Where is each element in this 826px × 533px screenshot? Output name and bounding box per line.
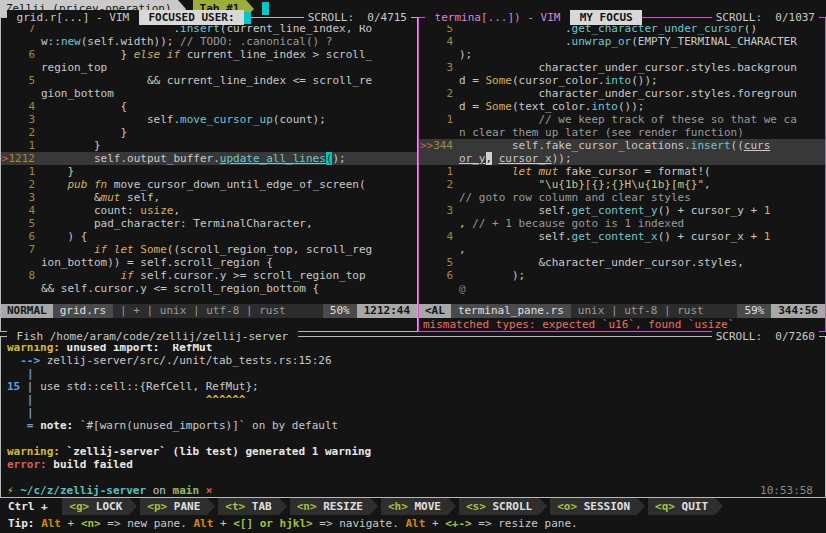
text-segment: Some [486,100,513,113]
fish-pane[interactable]: Fish /home/aram/code/zellij/zellij-serve… [0,336,826,498]
text-segment: SESSION [577,500,630,513]
text-segment: Alt [41,517,61,530]
code-row: ); [419,48,825,61]
text-segment: warning: [7,445,67,458]
keybinding-bar: Ctrl + <g> LOCK<p> PANE<t> TAB<n> RESIZE… [0,498,826,515]
text-segment: => resize pane. [472,517,578,530]
text-segment: 2 [28,126,35,139]
text-segment: ~/c/z/zellij-server [20,484,146,497]
text-segment: × [206,484,213,497]
text-segment: ()); [618,100,645,113]
text-segment: ()); [631,74,658,87]
text-segment: self.output_buffer. [41,152,220,165]
text-segment: Tip: [8,517,41,530]
prompt-text: ⚡ ~/c/z/zellij-server on main × [7,484,212,497]
line-number-gutter: 6 [1,230,41,243]
text-segment [7,406,27,419]
keybar-pill-quit[interactable]: <q> QUIT [648,498,723,515]
code-view: 5 .get_character_under_cursor()4 .unwrap… [419,18,825,304]
keybar-pill-body: <h> MOVE [381,498,448,515]
keybar-pill-pane[interactable]: <p> PANE [140,498,215,515]
zellij-terminal: Zellij (pricey-operation) Tab #1 grid.r[… [0,0,826,533]
text-segment: )); [552,152,572,165]
line-number-gutter: 3 [1,191,41,204]
text-segment: 344 [433,139,453,152]
text-segment: <t> [225,500,245,513]
code-row: 8 if self.cursor.y >= scroll_region_top [1,269,417,282]
grid-pane[interactable]: grid.r[...] - VIM FOCUSED USER: SCROLL: … [0,17,418,332]
text-segment: 1212 [9,152,36,165]
text-segment: <n> [297,500,317,513]
keybar-pill-lock[interactable]: <g> LOCK [62,498,137,515]
text-segment: , [459,243,466,256]
code-row: 5 && current_line_index <= scroll_re [1,74,417,87]
code-row: d = Some(cursor_color.into()); [419,74,825,87]
keybar-pill-scroll[interactable]: <s> SCROLL [459,498,547,515]
code-row: // goto row column and clear styles [419,191,825,204]
shell-prompt[interactable]: ⚡ ~/c/z/zellij-server on main × 10:53:58 [7,484,825,497]
code-row: >>344 self.fake_cursor_locations.insert(… [419,139,825,152]
text-segment: Some [140,243,167,256]
text-segment: Some [486,74,513,87]
line-number-gutter [419,48,459,61]
text-segment: `zellij-server` (lib test) generated 1 w… [67,445,372,458]
text-segment: 1 [446,165,453,178]
code-row: 3 self.move_cursor_up(count); [1,113,417,126]
keybar-pill-tab[interactable]: <t> TAB [218,498,286,515]
text-segment: 3 [446,61,453,74]
text-segment: new [61,35,81,48]
pane-title: grid.r[...] - VIM FOCUSED USER: [7,10,251,25]
code-row: 1 // we keep track of these so that we c… [419,113,825,126]
code-row: 4 self.get_content_x() + cursor_x + 1 [419,230,825,243]
text-segment: insert [691,139,731,152]
text-segment: TAB [245,500,272,513]
text-segment: on [146,484,173,497]
code-row: , // + 1 because goto is 1 indexed [419,217,825,230]
text-segment: | [7,393,40,406]
text-segment: count: [41,204,140,217]
text-segment [459,165,512,178]
line-number-gutter: 1 [1,139,41,152]
output-line: warning: `zellij-server` (lib test) gene… [7,445,825,458]
powerline-arrow-icon [129,498,137,515]
keybar-pill-body: <p> PANE [140,498,207,515]
code-row: 1 } [1,165,417,178]
code-row: 3 &mut self, [1,191,417,204]
scroll-indicator: SCROLL: 0/7260 [712,329,819,344]
line-number-gutter: 7 [1,243,41,256]
top-panes-row: grid.r[...] - VIM FOCUSED USER: SCROLL: … [0,17,826,332]
line-number-gutter: 2 [419,178,459,191]
text-segment: if let [94,243,134,256]
text-segment: + [425,517,445,530]
code-row: 3 self.get_content_y() + cursor_y + 1 [419,204,825,217]
pane-title-text: grid.r[...] - VIM [7,10,139,25]
line-number-gutter: 6 [419,269,459,282]
text-segment: 3 [446,204,453,217]
powerline-arrow-icon [207,498,215,515]
text-segment: update_all_lines [220,152,326,165]
line-number-gutter [419,243,459,256]
file-name: terminal_pane.rs [451,304,571,318]
text-segment [41,243,94,256]
code-row: , [419,243,825,256]
keybar-pill-session[interactable]: <o> SESSION [550,498,645,515]
text-segment: ); [459,269,525,282]
text-segment: note: [40,419,80,432]
text-segment: &character_under_cursor.styles, [459,256,744,269]
text-segment: MOVE [408,500,441,513]
line-number-gutter [419,191,459,204]
line-number-gutter: 1 [419,165,459,178]
line-number-gutter [419,217,459,230]
code-row: 4 count: usize, [1,204,417,217]
terminal-pane[interactable]: termina[...]) - VIM MY FOCUS SCROLL: 0/1… [418,17,826,332]
text-segment: unwrap_or [572,35,632,48]
keybar-pill-move[interactable]: <h> MOVE [381,498,456,515]
text-segment: self, [120,191,160,204]
text-segment: >> [420,139,433,152]
text-segment: // + 1 because goto is 1 indexed [472,217,684,230]
output-line: 15 | use std::cell::{RefCell, RefMut}; [7,380,825,393]
keybar-pill-resize[interactable]: <n> RESIZE [290,498,378,515]
text-segment: // goto row column and clear styles [459,191,691,204]
text-segment: @ [459,282,466,295]
text-segment: n clear them up later (see render functi… [459,126,744,139]
